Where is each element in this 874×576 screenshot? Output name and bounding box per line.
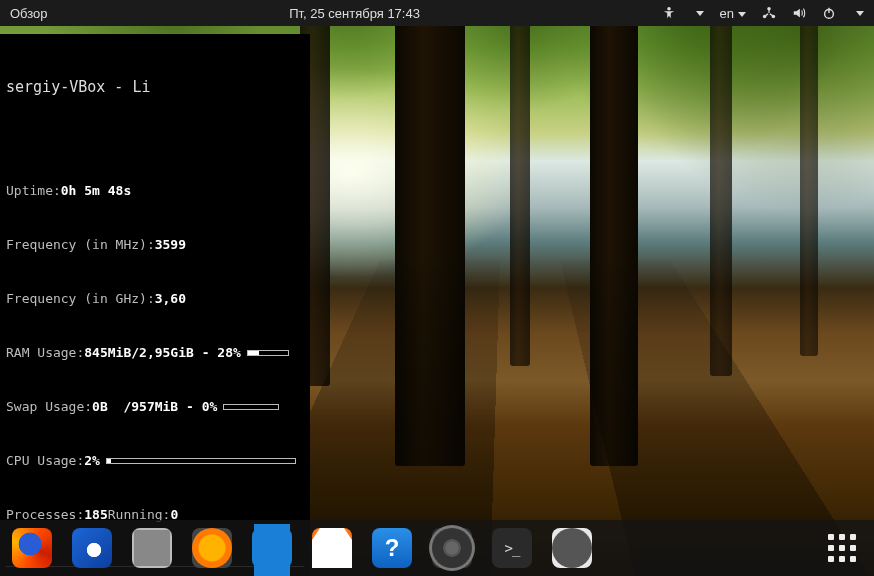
swap-bar (223, 404, 279, 410)
conky-ram: RAM Usage: 845MiB/2,95GiB - 28% (6, 344, 304, 362)
volume-icon[interactable] (792, 6, 806, 20)
keyboard-layout-label: en (720, 6, 734, 21)
conky-panel: sergiy-VBox - Li Uptime: 0h 5m 48s Frequ… (0, 34, 310, 576)
cpu-bar (106, 458, 296, 464)
chevron-down-icon (856, 11, 864, 16)
keyboard-layout-indicator[interactable]: en (720, 6, 746, 21)
dock-app-ubuntu-software[interactable] (312, 528, 352, 568)
dock (0, 520, 874, 576)
dock-app-help[interactable] (372, 528, 412, 568)
show-applications-button[interactable] (822, 528, 862, 568)
activities-button[interactable]: Обзор (10, 6, 48, 21)
accessibility-icon[interactable] (662, 6, 676, 20)
chevron-down-icon (738, 12, 746, 17)
dock-app-settings[interactable] (432, 528, 472, 568)
ram-bar (247, 350, 289, 356)
power-icon[interactable] (822, 6, 836, 20)
dock-app-disc[interactable] (552, 528, 592, 568)
conky-cpu: CPU Usage: 2% (6, 452, 304, 470)
conky-freq-mhz: Frequency (in MHz): 3599 (6, 236, 304, 254)
network-icon[interactable] (762, 6, 776, 20)
dock-app-firefox[interactable] (12, 528, 52, 568)
clock[interactable]: Пт, 25 сентября 17:43 (48, 6, 662, 21)
dock-app-thunderbird[interactable] (72, 528, 112, 568)
conky-hostname: sergiy-VBox - Li (6, 78, 304, 96)
top-bar: Обзор Пт, 25 сентября 17:43 en (0, 0, 874, 26)
conky-freq-ghz: Frequency (in GHz): 3,60 (6, 290, 304, 308)
dock-app-libreoffice-writer[interactable] (252, 528, 292, 568)
chevron-down-icon (696, 11, 704, 16)
svg-point-0 (667, 7, 671, 11)
dock-app-rhythmbox[interactable] (192, 528, 232, 568)
conky-uptime: Uptime: 0h 5m 48s (6, 182, 304, 200)
conky-swap: Swap Usage: 0B /957MiB - 0% (6, 398, 304, 416)
dock-app-files[interactable] (132, 528, 172, 568)
dock-app-terminal[interactable] (492, 528, 532, 568)
